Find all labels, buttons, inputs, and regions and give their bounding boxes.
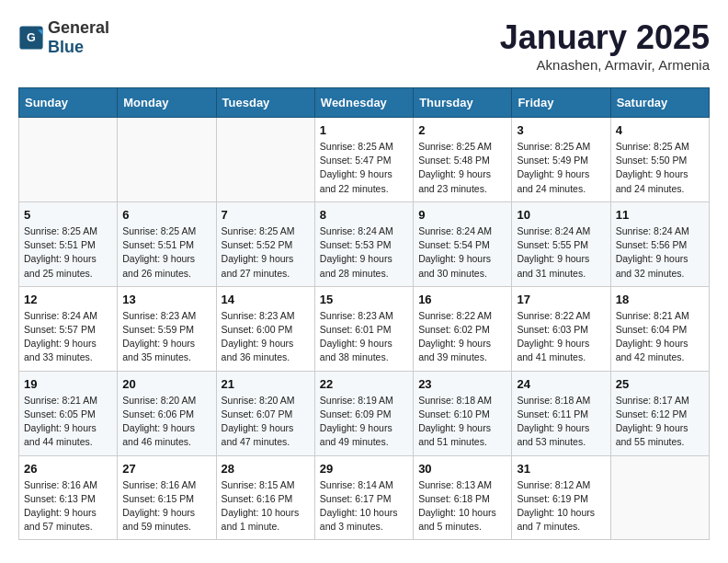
weekday-header: Wednesday xyxy=(314,88,413,118)
logo-blue: Blue xyxy=(48,38,84,56)
day-info: Sunrise: 8:21 AM Sunset: 6:04 PM Dayligh… xyxy=(616,309,704,365)
day-info: Sunrise: 8:24 AM Sunset: 5:56 PM Dayligh… xyxy=(616,224,704,281)
calendar-cell: 28Sunrise: 8:15 AM Sunset: 6:16 PM Dayli… xyxy=(216,455,314,540)
day-info: Sunrise: 8:25 AM Sunset: 5:48 PM Dayligh… xyxy=(418,140,506,196)
calendar-week-row: 26Sunrise: 8:16 AM Sunset: 6:13 PM Dayli… xyxy=(19,455,710,540)
day-info: Sunrise: 8:23 AM Sunset: 5:59 PM Dayligh… xyxy=(122,309,210,365)
calendar-cell: 23Sunrise: 8:18 AM Sunset: 6:10 PM Dayli… xyxy=(414,371,512,455)
day-info: Sunrise: 8:15 AM Sunset: 6:16 PM Dayligh… xyxy=(222,478,310,534)
day-number: 25 xyxy=(616,377,704,391)
day-number: 4 xyxy=(616,123,704,137)
calendar-cell: 2Sunrise: 8:25 AM Sunset: 5:48 PM Daylig… xyxy=(414,118,512,202)
day-number: 30 xyxy=(418,462,506,476)
calendar-cell xyxy=(19,118,118,202)
weekday-header: Tuesday xyxy=(216,88,314,118)
calendar-week-row: 5Sunrise: 8:25 AM Sunset: 5:51 PM Daylig… xyxy=(19,201,710,286)
weekday-header: Friday xyxy=(512,88,610,118)
header: G General Blue January 2025 Aknashen, Ar… xyxy=(18,18,710,73)
day-number: 7 xyxy=(222,208,310,222)
day-info: Sunrise: 8:25 AM Sunset: 5:52 PM Dayligh… xyxy=(222,224,310,281)
day-number: 16 xyxy=(418,293,506,306)
day-info: Sunrise: 8:24 AM Sunset: 5:53 PM Dayligh… xyxy=(320,224,408,281)
calendar-cell: 4Sunrise: 8:25 AM Sunset: 5:50 PM Daylig… xyxy=(610,118,709,202)
day-number: 14 xyxy=(222,293,310,306)
day-number: 26 xyxy=(24,462,112,476)
calendar-cell: 21Sunrise: 8:20 AM Sunset: 6:07 PM Dayli… xyxy=(216,371,314,455)
day-number: 23 xyxy=(418,377,506,391)
day-number: 2 xyxy=(418,123,506,137)
calendar-cell: 30Sunrise: 8:13 AM Sunset: 6:18 PM Dayli… xyxy=(414,455,512,540)
day-info: Sunrise: 8:16 AM Sunset: 6:13 PM Dayligh… xyxy=(24,478,112,534)
calendar-table: SundayMondayTuesdayWednesdayThursdayFrid… xyxy=(18,87,710,540)
day-info: Sunrise: 8:16 AM Sunset: 6:15 PM Dayligh… xyxy=(122,478,210,534)
day-number: 19 xyxy=(24,377,112,391)
day-info: Sunrise: 8:20 AM Sunset: 6:07 PM Dayligh… xyxy=(222,394,310,450)
day-number: 9 xyxy=(418,208,506,222)
day-number: 13 xyxy=(122,293,210,306)
calendar-cell: 1Sunrise: 8:25 AM Sunset: 5:47 PM Daylig… xyxy=(314,118,413,202)
calendar-cell: 7Sunrise: 8:25 AM Sunset: 5:52 PM Daylig… xyxy=(216,201,314,286)
calendar-cell: 26Sunrise: 8:16 AM Sunset: 6:13 PM Dayli… xyxy=(19,455,118,540)
calendar-cell: 18Sunrise: 8:21 AM Sunset: 6:04 PM Dayli… xyxy=(610,286,709,371)
day-info: Sunrise: 8:22 AM Sunset: 6:02 PM Dayligh… xyxy=(418,309,506,365)
day-number: 21 xyxy=(222,377,310,391)
weekday-header: Monday xyxy=(118,88,216,118)
day-number: 22 xyxy=(320,377,408,391)
day-info: Sunrise: 8:14 AM Sunset: 6:17 PM Dayligh… xyxy=(320,478,408,534)
day-number: 18 xyxy=(616,293,704,306)
day-info: Sunrise: 8:23 AM Sunset: 6:01 PM Dayligh… xyxy=(320,309,408,365)
day-info: Sunrise: 8:25 AM Sunset: 5:47 PM Dayligh… xyxy=(320,140,408,196)
calendar-cell xyxy=(216,118,314,202)
day-info: Sunrise: 8:25 AM Sunset: 5:51 PM Dayligh… xyxy=(122,224,210,281)
day-info: Sunrise: 8:13 AM Sunset: 6:18 PM Dayligh… xyxy=(418,478,506,534)
day-info: Sunrise: 8:25 AM Sunset: 5:50 PM Dayligh… xyxy=(616,140,704,196)
calendar-cell: 5Sunrise: 8:25 AM Sunset: 5:51 PM Daylig… xyxy=(19,201,118,286)
day-info: Sunrise: 8:20 AM Sunset: 6:06 PM Dayligh… xyxy=(122,394,210,450)
calendar-cell: 20Sunrise: 8:20 AM Sunset: 6:06 PM Dayli… xyxy=(118,371,216,455)
weekday-header: Saturday xyxy=(610,88,709,118)
calendar-cell: 17Sunrise: 8:22 AM Sunset: 6:03 PM Dayli… xyxy=(512,286,610,371)
day-info: Sunrise: 8:12 AM Sunset: 6:19 PM Dayligh… xyxy=(517,478,605,534)
logo-general: General xyxy=(48,18,109,37)
day-info: Sunrise: 8:18 AM Sunset: 6:10 PM Dayligh… xyxy=(418,394,506,450)
subtitle: Aknashen, Armavir, Armenia xyxy=(500,57,710,73)
day-number: 31 xyxy=(517,462,605,476)
logo-icon: G xyxy=(18,25,44,51)
weekday-header: Sunday xyxy=(19,88,118,118)
logo: G General Blue xyxy=(18,18,109,57)
calendar-cell: 25Sunrise: 8:17 AM Sunset: 6:12 PM Dayli… xyxy=(610,371,709,455)
day-number: 6 xyxy=(122,208,210,222)
day-number: 20 xyxy=(122,377,210,391)
day-info: Sunrise: 8:19 AM Sunset: 6:09 PM Dayligh… xyxy=(320,394,408,450)
main-title: January 2025 xyxy=(500,18,710,57)
calendar-cell: 29Sunrise: 8:14 AM Sunset: 6:17 PM Dayli… xyxy=(314,455,413,540)
day-number: 17 xyxy=(517,293,605,306)
calendar-cell: 13Sunrise: 8:23 AM Sunset: 5:59 PM Dayli… xyxy=(118,286,216,371)
calendar-cell: 11Sunrise: 8:24 AM Sunset: 5:56 PM Dayli… xyxy=(610,201,709,286)
day-number: 3 xyxy=(517,123,605,137)
day-info: Sunrise: 8:23 AM Sunset: 6:00 PM Dayligh… xyxy=(222,309,310,365)
day-number: 10 xyxy=(517,208,605,222)
title-area: January 2025 Aknashen, Armavir, Armenia xyxy=(500,18,710,73)
calendar-cell: 22Sunrise: 8:19 AM Sunset: 6:09 PM Dayli… xyxy=(314,371,413,455)
day-number: 5 xyxy=(24,208,112,222)
day-info: Sunrise: 8:18 AM Sunset: 6:11 PM Dayligh… xyxy=(517,394,605,450)
calendar-cell: 31Sunrise: 8:12 AM Sunset: 6:19 PM Dayli… xyxy=(512,455,610,540)
calendar-cell: 19Sunrise: 8:21 AM Sunset: 6:05 PM Dayli… xyxy=(19,371,118,455)
day-info: Sunrise: 8:24 AM Sunset: 5:54 PM Dayligh… xyxy=(418,224,506,281)
calendar-week-row: 12Sunrise: 8:24 AM Sunset: 5:57 PM Dayli… xyxy=(19,286,710,371)
day-info: Sunrise: 8:17 AM Sunset: 6:12 PM Dayligh… xyxy=(616,394,704,450)
day-info: Sunrise: 8:25 AM Sunset: 5:49 PM Dayligh… xyxy=(517,140,605,196)
calendar-cell: 10Sunrise: 8:24 AM Sunset: 5:55 PM Dayli… xyxy=(512,201,610,286)
day-info: Sunrise: 8:24 AM Sunset: 5:55 PM Dayligh… xyxy=(517,224,605,281)
calendar-cell: 27Sunrise: 8:16 AM Sunset: 6:15 PM Dayli… xyxy=(118,455,216,540)
calendar-cell: 6Sunrise: 8:25 AM Sunset: 5:51 PM Daylig… xyxy=(118,201,216,286)
calendar-cell xyxy=(118,118,216,202)
day-info: Sunrise: 8:24 AM Sunset: 5:57 PM Dayligh… xyxy=(24,309,112,365)
day-number: 1 xyxy=(320,123,408,137)
day-info: Sunrise: 8:25 AM Sunset: 5:51 PM Dayligh… xyxy=(24,224,112,281)
calendar-cell: 16Sunrise: 8:22 AM Sunset: 6:02 PM Dayli… xyxy=(414,286,512,371)
day-number: 29 xyxy=(320,462,408,476)
calendar-cell xyxy=(610,455,709,540)
day-number: 8 xyxy=(320,208,408,222)
